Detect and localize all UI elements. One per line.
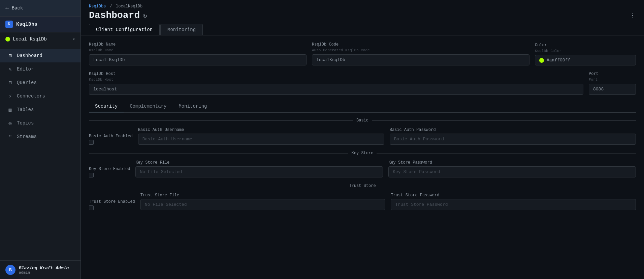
basic-auth-password-label: Basic Auth Password: [390, 128, 636, 132]
topbar: KsqlDbs / localKsqlDb Dashboard ↻ ⋮ Clie…: [81, 0, 644, 35]
form-row-basic-auth: Basic Auth Enabled Basic Auth Username B…: [89, 128, 636, 145]
truststore-divider-left: [89, 186, 346, 186]
ksqldb-host-input[interactable]: [89, 84, 583, 95]
page-title-text: Dashboard: [89, 10, 140, 21]
keystore-file-input[interactable]: No File Selected: [135, 166, 383, 177]
form-group-host: KsqlDb Host KsqlDb Host: [89, 72, 583, 95]
ksqldb-name-sublabel: KsqlDb Name: [89, 48, 307, 52]
tab-monitoring2[interactable]: Monitoring: [172, 101, 213, 112]
keystore-enabled-checkbox[interactable]: [89, 173, 94, 177]
keystore-section-label: Key Store: [352, 151, 374, 156]
form-group-ksqldb-name: KsqlDb Name KsqlDb Name: [89, 42, 307, 65]
instance-selector[interactable]: Local KsqlDb ▾: [0, 32, 80, 46]
back-arrow-icon: ←: [5, 5, 9, 11]
basic-auth-password-input[interactable]: [390, 134, 636, 145]
sub-tabs: Security Complementary Monitoring: [89, 101, 636, 113]
tab-monitoring[interactable]: Monitoring: [160, 24, 203, 35]
brand-icon: K: [5, 21, 13, 28]
tab-security-label: Security: [95, 104, 118, 109]
sidebar-item-topics[interactable]: ◎ Topics: [0, 116, 80, 130]
keystore-divider-left: [89, 153, 348, 154]
sidebar-brand: K KsqlDbs: [0, 17, 80, 32]
sidebar-item-streams[interactable]: ≈ Streams: [0, 130, 80, 143]
refresh-icon[interactable]: ↻: [143, 12, 147, 19]
color-dot: [539, 58, 544, 63]
tab-client-configuration-label: Client Configuration: [96, 27, 153, 32]
sidebar-item-queries[interactable]: ⊟ Queries: [0, 76, 80, 89]
tab-complementary-label: Complementary: [130, 104, 166, 109]
form-group-keystore-enabled: Key Store Enabled: [89, 167, 130, 177]
ksqldb-host-label: KsqlDb Host: [89, 72, 583, 76]
form-group-truststore-file: Trust Store File No File Selected: [140, 193, 386, 210]
truststore-enabled-label: Trust Store Enabled: [89, 199, 135, 204]
back-button[interactable]: ← Back: [0, 0, 80, 17]
topics-icon: ◎: [7, 120, 13, 127]
avatar: B: [5, 265, 15, 275]
sidebar-item-editor[interactable]: ✎ Editor: [0, 62, 80, 76]
sidebar-item-label-editor: Editor: [17, 66, 34, 72]
form-group-truststore-password: Trust Store Password: [391, 193, 636, 210]
ksqldb-host-sublabel: KsqlDb Host: [89, 78, 583, 82]
truststore-enabled-checkbox[interactable]: [89, 205, 94, 210]
keystore-password-input[interactable]: [388, 166, 636, 177]
form-row-truststore: Trust Store Enabled Trust Store File No …: [89, 193, 636, 210]
tab-security[interactable]: Security: [89, 101, 124, 112]
basic-auth-enabled-checkbox[interactable]: [89, 140, 94, 145]
color-input-wrap[interactable]: #aaff00ff: [535, 55, 636, 65]
truststore-file-input[interactable]: No File Selected: [140, 199, 386, 210]
form-group-ksqldb-code: KsqlDb Code Auto Generated KsqlDb Code: [312, 42, 529, 65]
divider-line-right: [372, 120, 636, 121]
tab-complementary[interactable]: Complementary: [124, 101, 172, 112]
divider-line-left: [89, 120, 353, 121]
color-value: #aaff00ff: [547, 58, 570, 63]
main-content: KsqlDbs / localKsqlDb Dashboard ↻ ⋮ Clie…: [81, 0, 644, 279]
port-input[interactable]: [589, 84, 636, 95]
form-row-keystore: Key Store Enabled Key Store File No File…: [89, 160, 636, 177]
dashboard-icon: ⊞: [7, 52, 13, 59]
page-title: Dashboard ↻: [89, 10, 147, 21]
ksqldb-code-input[interactable]: [312, 54, 529, 65]
form-group-port: Port Port: [589, 72, 636, 95]
form-group-keystore-password: Key Store Password: [388, 160, 636, 177]
breadcrumb: KsqlDbs / localKsqlDb: [89, 4, 636, 9]
editor-icon: ✎: [7, 66, 13, 73]
sidebar-item-connectors[interactable]: ⚡ Connectors: [0, 89, 80, 103]
more-options-icon[interactable]: ⋮: [629, 11, 636, 20]
color-label: Color: [535, 43, 636, 48]
sidebar-item-label-connectors: Connectors: [17, 93, 45, 99]
tab-monitoring-label: Monitoring: [167, 27, 196, 32]
keystore-password-label: Key Store Password: [388, 160, 636, 165]
form-row-host: KsqlDb Host KsqlDb Host Port Port: [89, 72, 636, 95]
keystore-file-label: Key Store File: [135, 160, 383, 165]
form-group-basic-auth-password: Basic Auth Password: [390, 128, 636, 145]
breadcrumb-current: localKsqlDb: [116, 4, 142, 9]
basic-auth-username-input[interactable]: [138, 134, 384, 145]
tables-icon: ▦: [7, 106, 13, 113]
sidebar-item-dashboard[interactable]: ⊞ Dashboard: [0, 49, 80, 62]
keystore-section-divider: Key Store: [89, 151, 636, 156]
ksqldb-name-input[interactable]: [89, 54, 307, 65]
keystore-file-placeholder: No File Selected: [140, 169, 182, 174]
sidebar-nav: ⊞ Dashboard ✎ Editor ⊟ Queries ⚡ Connect…: [0, 46, 80, 260]
tab-client-configuration[interactable]: Client Configuration: [89, 24, 160, 35]
truststore-file-label: Trust Store File: [140, 193, 386, 198]
top-tabs: Client Configuration Monitoring: [89, 24, 636, 35]
form-group-truststore-enabled: Trust Store Enabled: [89, 199, 135, 210]
basic-auth-enabled-label: Basic Auth Enabled: [89, 134, 133, 139]
queries-icon: ⊟: [7, 79, 13, 86]
keystore-divider-right: [377, 153, 636, 154]
truststore-password-label: Trust Store Password: [391, 193, 636, 198]
truststore-section-label: Trust Store: [349, 184, 376, 188]
page-header: Dashboard ↻ ⋮: [89, 10, 636, 21]
form-row-top: KsqlDb Name KsqlDb Name KsqlDb Code Auto…: [89, 42, 636, 65]
user-name: Blazing Kraft Admin: [19, 266, 69, 271]
sidebar-item-label-streams: Streams: [17, 134, 37, 139]
ksqldb-code-label: KsqlDb Code: [312, 42, 529, 47]
chevron-down-icon: ▾: [73, 37, 75, 42]
connectors-icon: ⚡: [7, 93, 13, 100]
truststore-password-input[interactable]: [391, 199, 636, 210]
back-label: Back: [12, 5, 23, 11]
sidebar-item-label-dashboard: Dashboard: [17, 53, 42, 58]
breadcrumb-link[interactable]: KsqlDbs: [89, 4, 106, 9]
sidebar-item-tables[interactable]: ▦ Tables: [0, 103, 80, 116]
